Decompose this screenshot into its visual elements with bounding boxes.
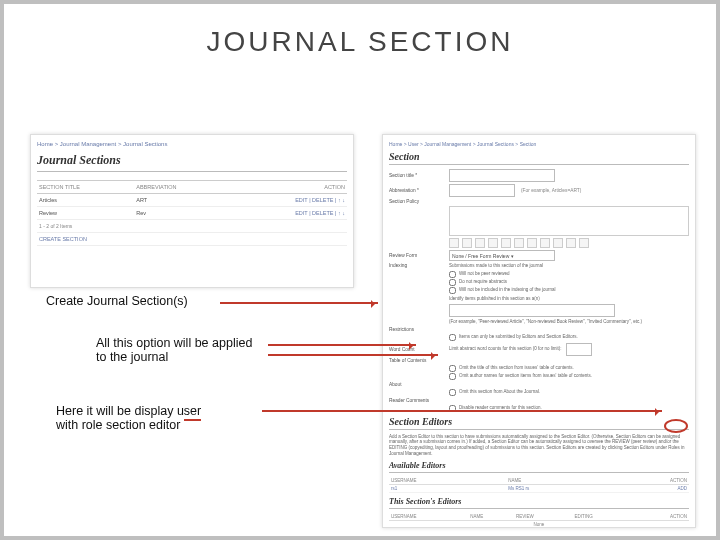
underline-icon[interactable] — [514, 238, 524, 248]
arrow-icon — [220, 302, 378, 304]
table-row: Review Rev EDIT | DELETE | ↑ ↓ — [37, 207, 347, 220]
pager: 1 - 2 of 2 Items — [37, 220, 347, 233]
table-row: rs1Ms RS1 rsADD — [389, 484, 689, 492]
chk-peer-label: Will not be peer reviewed — [459, 271, 510, 277]
journal-sections-screenshot: Home > Journal Management > Journal Sect… — [30, 134, 354, 288]
chk-toc-authors-label: Omit author names for section items from… — [459, 373, 592, 379]
section-form-screenshot: Home > User > Journal Management > Journ… — [382, 134, 696, 528]
cell-username: rs1 — [389, 484, 506, 492]
col-action: ACTION — [230, 181, 347, 194]
identify-hint: (For example, "Peer-reviewed Article", "… — [449, 319, 689, 325]
wordcount-input[interactable] — [566, 343, 592, 356]
chk-restrictions-label: Items can only be submitted by Editors a… — [459, 334, 578, 340]
copy-icon[interactable] — [462, 238, 472, 248]
this-sections-editors-heading: This Section's Editors — [389, 497, 689, 509]
label-abbrev: Abbreviation * — [389, 188, 449, 193]
arrow-icon — [268, 344, 416, 346]
col-abbrev: ABBREVIATION — [134, 181, 230, 194]
numlist-icon[interactable] — [540, 238, 550, 248]
callout-create: Create Journal Section(s) — [46, 294, 188, 308]
label-wordcount: Word Count — [389, 347, 449, 352]
link-icon[interactable] — [553, 238, 563, 248]
indexing-note: Submissions made to this section of the … — [449, 263, 543, 269]
chk-peer[interactable] — [449, 271, 456, 278]
paste-icon[interactable] — [475, 238, 485, 248]
callout-text: with role section editor — [56, 418, 180, 432]
page-title: Journal Sections — [37, 153, 347, 172]
chk-toc-authors[interactable] — [449, 373, 456, 380]
label-section-title: Section title * — [389, 173, 449, 178]
chk-restrictions[interactable] — [449, 334, 456, 341]
add-editor-link[interactable]: ADD — [606, 484, 689, 492]
arrow-icon — [262, 410, 662, 412]
italic-icon[interactable] — [501, 238, 511, 248]
callout-role: Here it will be display user with role s… — [56, 404, 266, 432]
abbrev-input[interactable] — [449, 184, 515, 197]
chk-toc-title[interactable] — [449, 365, 456, 372]
section-title-input[interactable] — [449, 169, 555, 182]
label-restrictions: Restrictions — [389, 327, 449, 332]
row-actions[interactable]: EDIT | DELETE | ↑ ↓ — [230, 207, 347, 220]
section-editors-heading: Section Editors — [389, 416, 689, 430]
section-editors-note: Add a Section Editor to this section to … — [389, 434, 689, 457]
callout-text: Here it will be display u — [56, 404, 184, 418]
label-reader-comments: Reader Comments — [389, 398, 449, 403]
table-row: Articles ART EDIT | DELETE | ↑ ↓ — [37, 194, 347, 207]
breadcrumb: Home > Journal Management > Journal Sect… — [37, 141, 347, 147]
col-username: USERNAME — [389, 513, 468, 521]
identify-input[interactable] — [449, 304, 615, 317]
row-actions[interactable]: EDIT | DELETE | ↑ ↓ — [230, 194, 347, 207]
abbrev-hint: (For example, Articles=ART) — [521, 188, 581, 193]
cut-icon[interactable] — [449, 238, 459, 248]
label-review-form: Review Form — [389, 253, 449, 258]
policy-editor[interactable] — [449, 206, 689, 236]
review-form-select[interactable]: None / Free Form Review ▾ — [449, 250, 555, 261]
col-action: ACTION — [632, 513, 689, 521]
this-sections-editors-table: USERNAMENAMEREVIEWEDITINGACTION None — [389, 513, 689, 528]
section-heading: Section — [389, 151, 689, 165]
col-name: NAME — [468, 513, 514, 521]
cell-abbrev: Rev — [134, 207, 230, 220]
sections-table: SECTION TITLE ABBREVIATION ACTION Articl… — [37, 180, 347, 246]
col-action: ACTION — [606, 477, 689, 485]
label-policy: Section Policy — [389, 199, 449, 204]
chk-about[interactable] — [449, 389, 456, 396]
cell-title: Articles — [37, 194, 134, 207]
highlight-circle-icon — [664, 419, 688, 433]
bold-icon[interactable] — [488, 238, 498, 248]
cell-name: Ms RS1 rs — [506, 484, 605, 492]
available-editors-table: USERNAMENAMEACTION rs1Ms RS1 rsADD — [389, 477, 689, 493]
editor-toolbar[interactable] — [449, 238, 689, 248]
chk-index-label: Will not be included in the indexing of … — [459, 287, 556, 293]
identify-note: Identify items published in this section… — [449, 296, 540, 302]
slide-title: JOURNAL SECTION — [14, 26, 706, 58]
col-username: USERNAME — [389, 477, 506, 485]
unlink-icon[interactable] — [566, 238, 576, 248]
col-title: SECTION TITLE — [37, 181, 134, 194]
list-icon[interactable] — [527, 238, 537, 248]
col-editing: EDITING — [573, 513, 633, 521]
col-review: REVIEW — [514, 513, 573, 521]
callout-text: ser — [184, 404, 201, 421]
review-form-value: None / Free Form Review ▾ — [452, 253, 514, 259]
col-name: NAME — [506, 477, 605, 485]
chk-index[interactable] — [449, 287, 456, 294]
available-editors-heading: Available Editors — [389, 461, 689, 473]
create-section-link[interactable]: CREATE SECTION — [37, 233, 347, 246]
chk-abstracts[interactable] — [449, 279, 456, 286]
source-icon[interactable] — [579, 238, 589, 248]
chk-toc-title-label: Omit the title of this section from issu… — [459, 365, 574, 371]
arrow-icon — [268, 354, 438, 356]
callout-options: All this option will be applied to the j… — [96, 336, 266, 364]
label-toc: Table of Contents — [389, 358, 449, 363]
label-about: About — [389, 382, 449, 387]
chk-abstracts-label: Do not require abstracts — [459, 279, 507, 285]
chk-about-label: Omit this section from About the Journal… — [459, 389, 540, 395]
breadcrumb: Home > User > Journal Management > Journ… — [389, 141, 689, 147]
label-indexing: Indexing — [389, 263, 449, 268]
cell-title: Review — [37, 207, 134, 220]
none-assigned: None — [389, 520, 689, 528]
wordcount-note: Limit abstract word counts for this sect… — [449, 346, 562, 352]
cell-abbrev: ART — [134, 194, 230, 207]
